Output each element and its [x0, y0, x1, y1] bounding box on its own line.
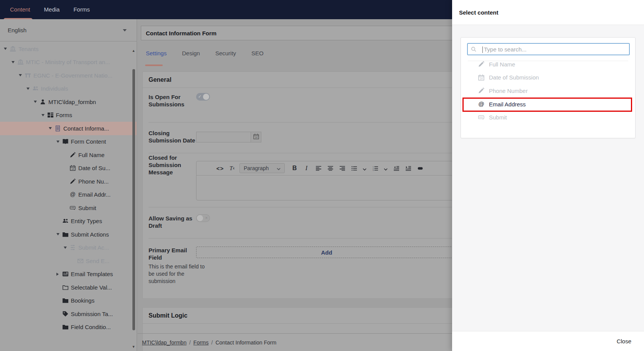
scroll-up-arrow[interactable]: ▲: [132, 49, 135, 53]
tree-item-mtic-ldap-formbn[interactable]: MTIC\ldap_formbn: [0, 95, 137, 109]
tree-item-label: Form Content: [71, 138, 106, 145]
saving-draft-label: Allow Saving as Draft: [149, 215, 195, 229]
list-bulleted-button[interactable]: [348, 161, 360, 175]
paragraph-style-select[interactable]: Paragraph: [239, 163, 285, 173]
panel-header: Select content: [452, 0, 644, 25]
caret-down-icon[interactable]: [19, 74, 25, 76]
saving-draft-toggle[interactable]: ×: [196, 214, 210, 222]
search-input[interactable]: [468, 44, 629, 55]
at-icon: @: [70, 192, 78, 197]
chevron-down-icon: [277, 165, 281, 172]
arch-icon: [25, 73, 33, 78]
tree-item-field-conditio[interactable]: Field Conditio...: [0, 321, 137, 334]
check-icon: ✓: [198, 94, 201, 99]
caret-down-icon[interactable]: [41, 114, 48, 116]
tree-item-email-addr[interactable]: @Email Addr...: [0, 188, 137, 202]
content-option-email-address[interactable]: @Email Address: [461, 98, 635, 111]
tree-item-submit-ac[interactable]: Submit Ac...: [0, 241, 137, 255]
tree-item-date-of-su[interactable]: 14Date of Su...: [0, 162, 137, 175]
tree-item-contact-informa[interactable]: Contact Informa...: [0, 122, 137, 135]
list-bulleted-menu-chevron-icon[interactable]: [360, 161, 369, 175]
svg-text:14: 14: [480, 77, 483, 80]
align-left-button[interactable]: [312, 161, 324, 175]
folder-icon: [63, 324, 71, 330]
indent-button[interactable]: [402, 161, 414, 175]
tree-item-entity-types[interactable]: Entity Types: [0, 215, 137, 228]
breadcrumb-link[interactable]: MTIC\ldap_formbn: [142, 339, 187, 346]
content-option-submit: SUBMITSubmit: [461, 111, 635, 124]
language-selector[interactable]: English: [0, 19, 137, 41]
caret-down-icon[interactable]: [26, 88, 33, 90]
tree-item-email-templates[interactable]: Email Templates: [0, 268, 137, 281]
closing-date-input[interactable]: [196, 132, 251, 142]
caret-down-icon[interactable]: [64, 247, 70, 249]
main-content: SettingsDesignSecuritySEO General Is Ope…: [137, 19, 452, 351]
at-icon: @: [478, 101, 486, 107]
caret-down-icon[interactable]: [12, 61, 18, 63]
caret-down-icon[interactable]: [56, 141, 63, 143]
italic-button[interactable]: I: [301, 161, 312, 175]
list-numbered-menu-chevron-icon[interactable]: [381, 161, 390, 175]
nav-item-media[interactable]: Media: [37, 0, 67, 19]
scrollbar-thumb[interactable]: [132, 69, 135, 330]
editor-content[interactable]: [197, 176, 452, 200]
pen-icon: [478, 61, 486, 67]
align-right-button[interactable]: [336, 161, 348, 175]
caret-down-icon[interactable]: [56, 233, 63, 235]
general-card: General Is Open For Submissions ✓ Closin…: [142, 71, 452, 299]
form-title-input[interactable]: [141, 26, 452, 40]
tree-item-form-content[interactable]: Form Content: [0, 135, 137, 149]
tree-item-label: Bookings: [71, 297, 95, 304]
link-button[interactable]: [414, 161, 426, 175]
tree-item-forms[interactable]: Forms: [0, 109, 137, 122]
close-button[interactable]: Close: [617, 338, 631, 344]
scroll-down-arrow[interactable]: ▼: [132, 345, 135, 349]
content-option-label: Date of Submission: [489, 74, 539, 81]
tree-item-submit-actions[interactable]: Submit Actions: [0, 228, 137, 241]
tree-item-label: Forms: [56, 112, 73, 118]
closing-date-label: Closing Submission Date: [149, 129, 195, 144]
submit-icon: SUBMIT: [478, 114, 486, 121]
add-primary-email-button[interactable]: Add: [196, 247, 452, 258]
caret-down-icon[interactable]: [4, 48, 10, 50]
row-divider: [149, 207, 452, 207]
svg-text:14: 14: [71, 168, 74, 170]
tree-item-submission-ta[interactable]: Submission Ta...: [0, 307, 137, 321]
caret-down-icon[interactable]: [34, 101, 40, 103]
submit-logic-heading: Submit Logic: [143, 308, 452, 324]
open-for-submissions-toggle[interactable]: ✓: [196, 93, 210, 101]
tree-item-mtic-ministry-of-transport-an[interactable]: MTIC - Ministry of Transport an...: [0, 56, 137, 69]
svg-text:3: 3: [373, 169, 374, 171]
source-code-button[interactable]: <>: [214, 161, 226, 175]
row-divider: [149, 153, 452, 153]
language-label: English: [8, 27, 123, 33]
list-numbered-button[interactable]: 123: [369, 161, 381, 175]
tab-security[interactable]: Security: [215, 50, 236, 56]
tree-item-label: Submit: [78, 205, 96, 211]
tree-item-label: Email Addr...: [78, 191, 111, 198]
bold-button[interactable]: B: [289, 161, 301, 175]
clear-formatting-button[interactable]: Tx: [226, 161, 238, 175]
toggle-knob: [197, 215, 203, 221]
outdent-button[interactable]: [390, 161, 402, 175]
tree-item-submit[interactable]: SUBMITSubmit: [0, 201, 137, 215]
align-center-button[interactable]: [324, 161, 336, 175]
breadcrumb-link[interactable]: Forms: [193, 339, 209, 346]
tree-item-tenants[interactable]: Tenants: [0, 42, 137, 56]
nav-item-content[interactable]: Content: [3, 0, 37, 19]
tree-item-bookings[interactable]: Bookings: [0, 294, 137, 308]
caret-right-icon[interactable]: [56, 273, 63, 276]
tab-seo[interactable]: SEO: [251, 50, 264, 56]
tree-item-phone-nu[interactable]: Phone Nu...: [0, 175, 137, 188]
nav-item-forms[interactable]: Forms: [66, 0, 97, 19]
tree-item-send-e[interactable]: Send E...: [0, 254, 137, 268]
tab-settings[interactable]: Settings: [146, 50, 167, 56]
tree-item-egnc-e-government-natio[interactable]: EGNC - E-Government Natio...: [0, 69, 137, 82]
tree-item-individuals[interactable]: Individuals: [0, 82, 137, 96]
tree-item-selectable-val[interactable]: Selectable Val...: [0, 281, 137, 294]
tab-design[interactable]: Design: [182, 50, 200, 56]
calendar-button[interactable]: 14: [251, 132, 261, 142]
caret-down-icon[interactable]: [49, 127, 55, 129]
top-navbar: ContentMediaForms: [0, 0, 452, 19]
tree-item-full-name[interactable]: Full Name: [0, 148, 137, 162]
